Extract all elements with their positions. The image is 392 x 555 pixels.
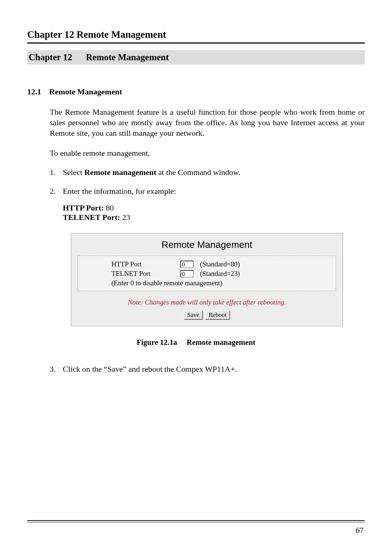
ordered-list-continued: 3. Click on the “Save” and reboot the Co… bbox=[50, 364, 365, 374]
ports-example: HTTP Port: 80 TELENET Port: 23 bbox=[63, 203, 365, 222]
list-marker: 2. bbox=[50, 187, 63, 196]
step1-bold: Remote management bbox=[84, 168, 156, 177]
list-item: 2. Enter the information, for example: bbox=[50, 187, 365, 196]
page-number: 67 bbox=[356, 526, 364, 535]
figure-title: Remote Management bbox=[78, 237, 336, 256]
fig-disable-hint: (Enter 0 to disable remote management) bbox=[82, 278, 331, 287]
footer-rule bbox=[27, 520, 365, 522]
save-button[interactable]: Save bbox=[184, 311, 203, 319]
list-marker: 1. bbox=[50, 168, 63, 177]
section-heading: 12.1Remote Management bbox=[27, 87, 365, 97]
list-marker: 3. bbox=[50, 364, 63, 374]
section-number: 12.1 bbox=[27, 87, 41, 97]
step1-suffix: at the Command window. bbox=[156, 168, 240, 177]
chapter-title: Remote Management bbox=[86, 52, 169, 62]
fig-http-label: HTTP Port bbox=[82, 260, 180, 268]
figure-screenshot: Remote Management HTTP Port 0 (Standard=… bbox=[71, 233, 343, 326]
telnet-port-input[interactable]: 0 bbox=[180, 270, 193, 277]
figure-note: Note: Changes made will only take effect… bbox=[78, 291, 336, 311]
section-title: Remote Management bbox=[49, 87, 122, 96]
running-header: Chapter 12 Remote Management bbox=[27, 29, 365, 44]
enable-lead: To enable remote management, bbox=[50, 148, 365, 158]
fig-http-hint: (Standard=80) bbox=[193, 260, 240, 268]
http-port-value: 80 bbox=[106, 203, 114, 212]
chapter-label: Chapter 12 bbox=[29, 52, 72, 62]
intro-paragraph: The Remote Management feature is a usefu… bbox=[50, 107, 365, 138]
list-item: 3. Click on the “Save” and reboot the Co… bbox=[50, 364, 365, 374]
step1-prefix: Select bbox=[63, 168, 84, 177]
figure-panel: HTTP Port 0 (Standard=80) TELNET Port 0 … bbox=[78, 256, 336, 291]
figure-caption-title: Remote management bbox=[187, 338, 256, 347]
figure-container: Remote Management HTTP Port 0 (Standard=… bbox=[71, 233, 343, 326]
fig-telnet-label: TELNET Port bbox=[82, 270, 180, 278]
figure-caption-label: Figure 12.1a bbox=[136, 338, 177, 347]
http-port-input[interactable]: 0 bbox=[180, 261, 193, 268]
ordered-list: 1. Select Remote management at the Comma… bbox=[50, 168, 365, 196]
telnet-port-value: 23 bbox=[122, 213, 130, 222]
fig-telnet-hint: (Standard=23) bbox=[193, 270, 240, 278]
figure-caption: Figure 12.1aRemote management bbox=[27, 338, 365, 347]
telnet-port-label: TELENET Port: bbox=[63, 213, 120, 222]
step3-text: Click on the “Save” and reboot the Compe… bbox=[63, 364, 365, 374]
page: Chapter 12 Remote Management Chapter 12R… bbox=[0, 0, 392, 555]
step2-text: Enter the information, for example: bbox=[63, 187, 365, 196]
list-item: 1. Select Remote management at the Comma… bbox=[50, 168, 365, 177]
http-port-label: HTTP Port: bbox=[63, 203, 104, 212]
reboot-button[interactable]: Reboot bbox=[205, 311, 230, 319]
chapter-heading: Chapter 12Remote Management bbox=[27, 50, 365, 65]
